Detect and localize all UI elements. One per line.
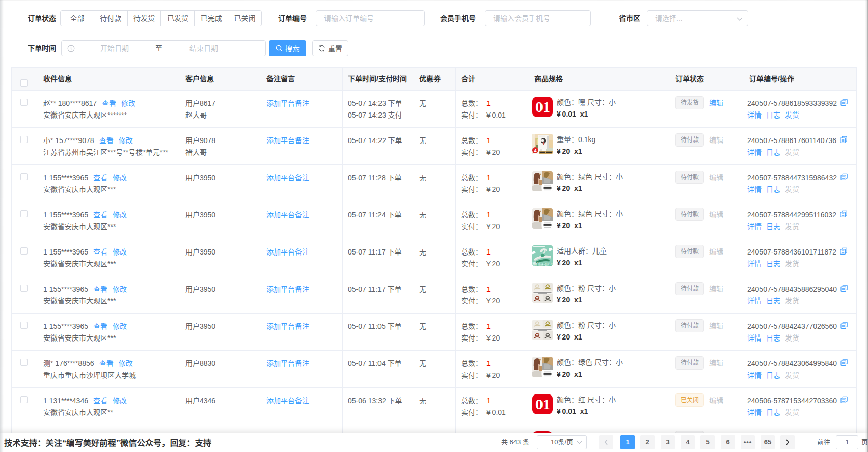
svg-text:4: 4 bbox=[534, 148, 536, 153]
svg-text:晒袜+童夹10只装: 晒袜+童夹10只装 bbox=[538, 263, 553, 266]
